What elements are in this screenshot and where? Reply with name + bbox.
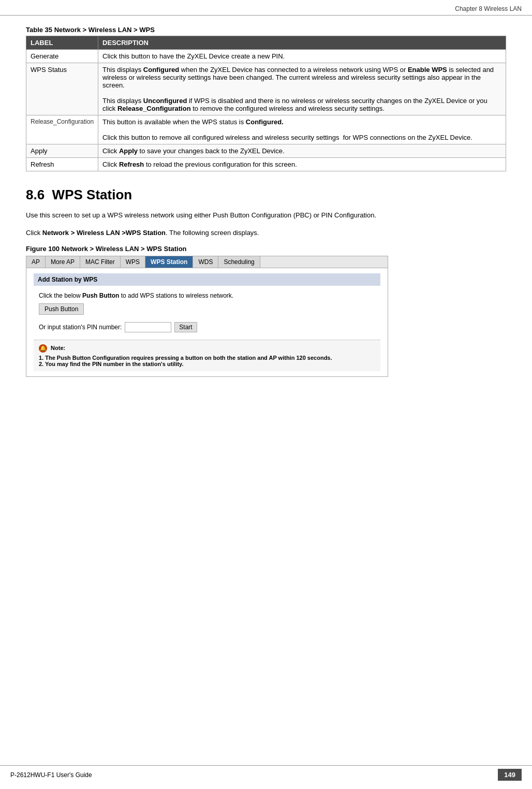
start-button[interactable]: Start [174,322,197,332]
note-section: 🔔 Note: 1. The Push Button Configuration… [34,340,380,371]
section-title: WPS Station [52,187,132,202]
note-label: Note: [51,345,65,351]
page-number: 149 [498,769,522,781]
wps-station-screenshot: AP More AP MAC Filter WPS WPS Station WD… [26,256,388,377]
chapter-header: Chapter 8 Wireless LAN [0,0,532,16]
figure-desc: Network > Wireless LAN > WPS Station [60,245,187,253]
desc-apply: Click Apply to save your changes back to… [98,144,506,158]
table-row: Refresh Click Refresh to reload the prev… [26,158,506,171]
label-generate: Generate [26,50,98,63]
table-title: Table 35 Network > Wireless LAN > WPS [26,26,506,34]
note-icon: 🔔 [39,344,47,353]
table-row: Apply Click Apply to save your changes b… [26,144,506,158]
label-wps-status: WPS Status [26,63,98,115]
add-station-header: Add Station by WPS [34,273,380,286]
tab-scheduling[interactable]: Scheduling [218,256,260,268]
click-end: . The following screen displays. [166,229,259,237]
chapter-title: Chapter 8 Wireless LAN [455,5,522,12]
wps-tabs-bar: AP More AP MAC Filter WPS WPS Station WD… [26,256,388,268]
label-apply: Apply [26,144,98,158]
table-row: Generate Click this button to have the Z… [26,50,506,63]
section-intro: Use this screen to set up a WPS wireless… [26,210,506,221]
click-instruction: Click Network > Wireless LAN >WPS Statio… [26,228,506,238]
pin-label: Or input station's PIN number: [39,324,122,331]
note-line-1: 1. The Push Button Configuration require… [39,355,375,361]
desc-release-config: This button is available when the WPS st… [98,115,506,144]
tab-ap[interactable]: AP [26,256,46,268]
desc-wps-status: This displays Configured when the ZyXEL … [98,63,506,115]
section-number: 8.6 [26,187,45,202]
table-row: WPS Status This displays Configured when… [26,63,506,115]
figure-label: Figure 100 [26,245,60,253]
tab-wps[interactable]: WPS [121,256,145,268]
desc-generate: Click this button to have the ZyXEL Devi… [98,50,506,63]
click-bold: Network > Wireless LAN >WPS Station [42,229,166,237]
push-btn-text1: Click the below [39,292,82,299]
wps-table: LABEL DESCRIPTION Generate Click this bu… [26,36,506,171]
wps-body: Add Station by WPS Click the below Push … [26,268,388,376]
table-row: Release_Configuration This button is ava… [26,115,506,144]
tab-wps-station[interactable]: WPS Station [145,256,193,268]
note-header: 🔔 Note: [39,344,375,353]
note-line-2: 2. You may find the PIN number in the st… [39,361,375,367]
push-btn-text2: to add WPS stations to wireless network. [119,292,233,299]
desc-refresh: Click Refresh to reload the previous con… [98,158,506,171]
push-button-section: Click the below Push Button to add WPS s… [39,292,380,315]
section-heading: 8.6 WPS Station [26,187,506,203]
click-plain: Click [26,229,42,237]
col-label: LABEL [26,36,98,50]
push-button-text: Click the below Push Button to add WPS s… [39,292,380,299]
tab-mac-filter[interactable]: MAC Filter [80,256,121,268]
label-refresh: Refresh [26,158,98,171]
pin-section: Or input station's PIN number: Start [39,322,380,332]
pin-input[interactable] [125,322,171,332]
push-btn-bold: Push Button [82,292,119,299]
figure-title: Figure 100 Network > Wireless LAN > WPS … [26,245,506,253]
page-footer: P-2612HWU-F1 User's Guide 149 [0,765,532,784]
main-content: Table 35 Network > Wireless LAN > WPS LA… [0,21,532,408]
tab-more-ap[interactable]: More AP [46,256,80,268]
label-release-config: Release_Configuration [26,115,98,144]
col-description: DESCRIPTION [98,36,506,50]
footer-left: P-2612HWU-F1 User's Guide [10,771,92,779]
tab-wds[interactable]: WDS [193,256,218,268]
push-button-btn[interactable]: Push Button [39,303,84,315]
